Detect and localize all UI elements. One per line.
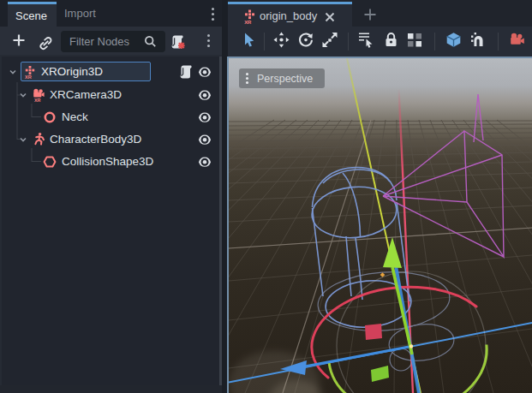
svg-text:XR: XR	[34, 98, 41, 102]
svg-text:XR: XR	[244, 20, 252, 25]
svg-text:XR: XR	[25, 74, 32, 79]
